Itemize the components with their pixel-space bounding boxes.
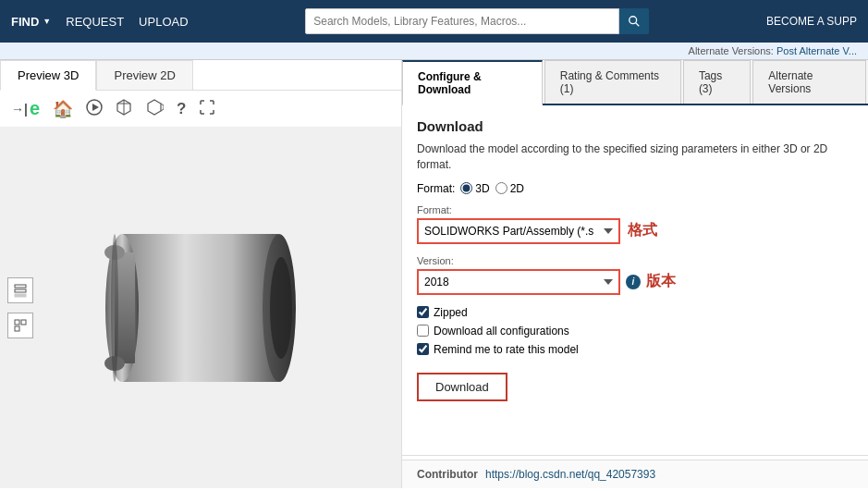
contributor-url: https://blog.csdn.net/qq_42057393 — [485, 468, 655, 481]
contributor-bar: Contributor https://blog.csdn.net/qq_420… — [402, 460, 868, 488]
top-navigation: FIND ▼ REQUEST UPLOAD BECOME A SUPP — [0, 0, 868, 43]
model-viewer — [0, 128, 401, 488]
download-title: Download — [417, 118, 853, 134]
download-all-checkbox-label[interactable]: Download all configurations — [417, 325, 853, 338]
download-button[interactable]: Download — [417, 373, 507, 401]
model-svg — [76, 178, 325, 437]
view-icon[interactable] — [7, 313, 33, 338]
svg-rect-12 — [21, 320, 26, 325]
main-content: Preview 3D Preview 2D →| e 🏠 — [0, 60, 868, 488]
find-arrow-icon: ▼ — [43, 17, 51, 26]
format-label: Format: — [417, 182, 455, 195]
format-3d-option[interactable]: 3D — [460, 182, 489, 195]
format-2d-option[interactable]: 2D — [495, 182, 524, 195]
svg-marker-7 — [148, 100, 161, 115]
annotation-version: 版本 — [646, 272, 676, 291]
tab-alternate-versions[interactable]: Alternate Versions — [752, 60, 866, 104]
version-select[interactable]: 2018 — [417, 269, 620, 295]
divider — [402, 455, 868, 456]
preview-tabs: Preview 3D Preview 2D — [0, 60, 401, 91]
version-select-wrapper: 2018 — [417, 269, 620, 295]
upload-link[interactable]: UPLOAD — [139, 15, 188, 29]
svg-rect-8 — [15, 285, 26, 288]
tab-rating-comments[interactable]: Rating & Comments (1) — [544, 60, 681, 104]
svg-point-0 — [630, 17, 637, 24]
fullscreen-icon[interactable] — [199, 99, 215, 119]
annotation-format: 格式 — [628, 221, 657, 240]
zipped-checkbox-label[interactable]: Zipped — [417, 306, 853, 319]
tab-preview-3d[interactable]: Preview 3D — [0, 60, 96, 91]
search-bar — [207, 8, 748, 34]
version-row: 2018 i 版本 — [417, 269, 853, 295]
cube-icon[interactable] — [116, 99, 132, 119]
format-field-group: Format: SOLIDWORKS Part/Assembly (*.s 格式 — [417, 204, 853, 244]
tab-configure-download[interactable]: Configure & Download — [402, 60, 543, 105]
svg-line-1 — [636, 23, 640, 27]
download-all-checkbox[interactable] — [417, 325, 429, 337]
alt-versions-label: Alternate Versions: — [689, 45, 774, 56]
right-tabs: Configure & Download Rating & Comments (… — [402, 60, 868, 105]
right-content: Download Download the model according to… — [402, 105, 868, 451]
become-supplier-text: BECOME A SUPP — [766, 15, 857, 28]
svg-point-20 — [270, 257, 292, 359]
format-select-wrapper: SOLIDWORKS Part/Assembly (*.s — [417, 218, 620, 244]
alternate-versions-bar: Alternate Versions: Post Alternate V... — [0, 43, 868, 60]
home-icon[interactable]: 🏠 — [53, 99, 73, 119]
tab-tags[interactable]: Tags (3) — [683, 60, 751, 104]
svg-marker-3 — [92, 104, 99, 111]
svg-point-21 — [111, 234, 118, 382]
remind-checkbox-label[interactable]: Remind me to rate this model — [417, 343, 853, 356]
version-field-label: Version: — [417, 255, 853, 266]
format-2d-radio[interactable] — [495, 182, 507, 194]
box-rotate-icon[interactable] — [145, 99, 164, 119]
arrow-icon: →| — [11, 102, 28, 117]
format-radio-row: Format: 3D 2D — [417, 182, 853, 195]
format-select[interactable]: SOLIDWORKS Part/Assembly (*.s — [417, 218, 620, 244]
search-icon — [628, 15, 641, 28]
version-info-icon[interactable]: i — [626, 275, 641, 289]
find-label: FIND — [11, 15, 39, 29]
side-icons — [7, 277, 33, 338]
help-icon[interactable]: ? — [177, 100, 186, 118]
svg-rect-11 — [15, 320, 19, 325]
tab-preview-2d[interactable]: Preview 2D — [96, 60, 192, 90]
download-description: Download the model according to the spec… — [417, 141, 853, 173]
play-icon[interactable] — [86, 99, 103, 119]
search-button[interactable] — [619, 8, 649, 34]
remind-checkbox[interactable] — [417, 343, 429, 355]
logo-icon: →| e — [11, 98, 40, 119]
layers-icon[interactable] — [7, 277, 33, 303]
format-field-label: Format: — [417, 204, 853, 215]
e-logo: e — [30, 98, 40, 119]
right-panel: Configure & Download Rating & Comments (… — [402, 60, 868, 488]
post-alternate-link[interactable]: Post Alternate V... — [776, 45, 857, 56]
svg-rect-13 — [15, 326, 19, 331]
search-input[interactable] — [305, 8, 619, 34]
version-field-group: Version: 2018 i 版本 — [417, 255, 853, 295]
svg-rect-10 — [15, 294, 26, 297]
svg-rect-9 — [15, 289, 26, 292]
svg-rect-14 — [122, 234, 279, 382]
zipped-checkbox[interactable] — [417, 306, 429, 318]
left-panel: Preview 3D Preview 2D →| e 🏠 — [0, 60, 402, 488]
viewer-toolbar: →| e 🏠 — [0, 91, 401, 128]
contributor-label: Contributor — [417, 468, 478, 481]
find-menu[interactable]: FIND ▼ — [11, 15, 51, 29]
format-3d-radio[interactable] — [460, 182, 472, 194]
nav-links: REQUEST UPLOAD — [66, 15, 188, 29]
request-link[interactable]: REQUEST — [66, 15, 124, 29]
